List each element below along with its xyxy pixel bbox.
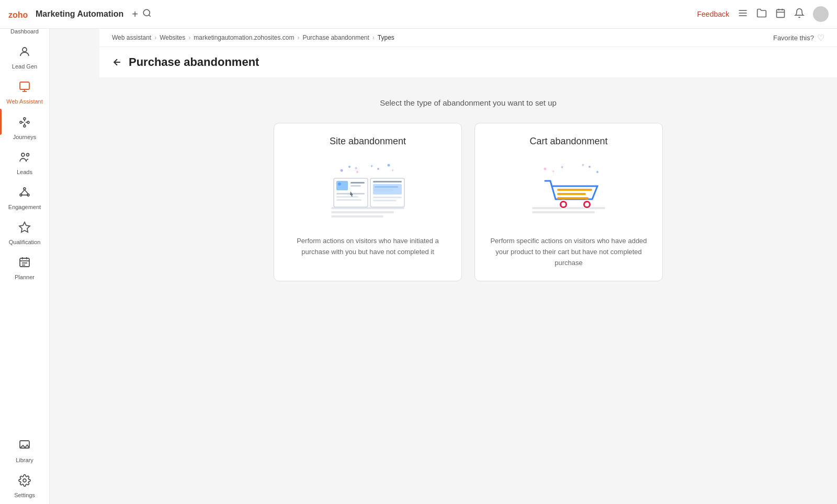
breadcrumb-web-assistant[interactable]: Web assistant xyxy=(112,34,151,41)
page-header: Purchase abandonment xyxy=(99,47,837,77)
sidebar-item-settings[interactable]: Settings xyxy=(0,469,49,504)
svg-rect-68 xyxy=(373,197,402,198)
cart-abandonment-title: Cart abandonment xyxy=(529,136,607,147)
breadcrumb-domain[interactable]: marketingautomation.zohosites.com xyxy=(194,34,294,41)
sidebar-item-lead-gen[interactable]: Lead Gen xyxy=(0,40,49,75)
calendar-icon[interactable] xyxy=(775,8,786,21)
svg-rect-61 xyxy=(336,199,361,201)
cards-row: Site abandonment + + + xyxy=(112,123,824,281)
web-assistant-icon xyxy=(18,81,31,96)
svg-text:+: + xyxy=(561,165,563,170)
svg-rect-79 xyxy=(557,193,586,195)
cart-abandonment-card[interactable]: Cart abandonment + + + xyxy=(474,123,663,281)
library-icon xyxy=(18,439,31,455)
sidebar-item-qualification[interactable]: Qualification xyxy=(0,216,49,251)
svg-rect-67 xyxy=(375,189,393,191)
breadcrumb-websites[interactable]: Websites xyxy=(160,34,185,41)
site-abandonment-card[interactable]: Site abandonment + + + xyxy=(274,123,462,281)
svg-point-44 xyxy=(356,171,358,173)
site-abandonment-title: Site abandonment xyxy=(330,136,406,147)
svg-point-14 xyxy=(22,48,27,52)
svg-point-26 xyxy=(24,188,26,190)
sidebar-item-journeys[interactable]: Journeys xyxy=(0,111,49,146)
svg-text:zoho: zoho xyxy=(8,10,28,19)
svg-point-17 xyxy=(24,118,26,120)
svg-rect-69 xyxy=(373,200,397,201)
svg-point-16 xyxy=(20,121,22,123)
app-logo[interactable]: zoho Marketing Automation xyxy=(8,8,123,20)
bell-icon[interactable] xyxy=(794,8,805,21)
avatar[interactable] xyxy=(813,6,829,22)
svg-rect-76 xyxy=(532,207,605,209)
planner-label: Planner xyxy=(15,274,35,281)
svg-rect-66 xyxy=(375,186,398,188)
add-button[interactable]: + xyxy=(132,8,138,20)
sidebar-item-planner[interactable]: Planner xyxy=(0,251,49,286)
dashboard-label: Dashboard xyxy=(10,28,39,35)
svg-point-42 xyxy=(341,169,343,172)
svg-rect-60 xyxy=(336,196,358,198)
lead-gen-label: Lead Gen xyxy=(12,63,37,70)
svg-point-1 xyxy=(143,9,150,16)
favorite-heart-icon[interactable]: ♡ xyxy=(817,33,824,43)
breadcrumb-purchase[interactable]: Purchase abandonment xyxy=(302,34,369,41)
site-abandonment-desc: Perform actions on visitors who have ini… xyxy=(287,236,449,258)
svg-line-29 xyxy=(21,190,25,194)
list-icon[interactable] xyxy=(738,8,748,21)
svg-rect-54 xyxy=(336,181,348,190)
feedback-link[interactable]: Feedback xyxy=(697,10,729,18)
svg-rect-78 xyxy=(557,189,592,191)
breadcrumb-sep-3: › xyxy=(297,34,299,41)
svg-rect-52 xyxy=(331,215,383,217)
content-area: Select the type of abandonment you want … xyxy=(99,77,837,504)
sidebar-item-leads[interactable]: Leads xyxy=(0,146,49,181)
topbar-right: Feedback xyxy=(697,6,829,22)
svg-point-40 xyxy=(23,479,26,482)
sidebar-bottom: Library Settings xyxy=(0,434,49,504)
search-button[interactable] xyxy=(142,8,152,20)
zoho-logo-svg: zoho xyxy=(8,8,31,20)
svg-text:+: + xyxy=(370,164,373,169)
sidebar-item-library[interactable]: Library xyxy=(0,434,49,469)
leads-label: Leads xyxy=(17,169,32,176)
site-abandonment-svg: + + + xyxy=(315,157,420,225)
svg-point-72 xyxy=(596,171,598,173)
qualification-label: Qualification xyxy=(9,239,41,246)
svg-rect-6 xyxy=(777,9,785,17)
svg-text:+: + xyxy=(552,169,555,174)
journeys-icon xyxy=(18,116,31,132)
svg-rect-57 xyxy=(350,182,365,184)
planner-icon xyxy=(18,256,31,272)
cart-abandonment-illustration: + + + xyxy=(516,157,621,225)
svg-point-84 xyxy=(585,202,589,207)
svg-rect-15 xyxy=(20,82,29,89)
sidebar-item-engagement[interactable]: Engagement xyxy=(0,181,49,216)
folder-icon[interactable] xyxy=(756,8,767,21)
svg-rect-77 xyxy=(532,211,595,213)
svg-point-19 xyxy=(24,125,26,127)
journeys-label: Journeys xyxy=(13,134,37,141)
svg-marker-32 xyxy=(19,222,30,232)
engagement-label: Engagement xyxy=(8,204,41,211)
svg-rect-64 xyxy=(373,181,402,182)
svg-rect-51 xyxy=(331,211,394,213)
topbar: zoho Marketing Automation + Feedback xyxy=(0,0,837,29)
favorite-bar: Favorite this? ♡ xyxy=(773,33,824,43)
settings-icon xyxy=(18,474,31,490)
svg-line-2 xyxy=(149,15,150,16)
svg-text:+: + xyxy=(391,168,394,173)
back-button[interactable] xyxy=(112,57,122,67)
svg-rect-58 xyxy=(350,185,361,187)
svg-point-70 xyxy=(544,168,547,170)
sidebar: Dashboard Lead Gen Web Assistant Journey… xyxy=(0,0,50,504)
settings-label: Settings xyxy=(14,492,35,499)
cart-abandonment-desc: Perform specific actions on visitors who… xyxy=(488,236,650,268)
svg-point-82 xyxy=(561,202,565,207)
svg-rect-80 xyxy=(557,197,589,199)
sidebar-item-web-assistant[interactable]: Web Assistant xyxy=(0,75,49,110)
breadcrumb-sep-1: › xyxy=(154,34,156,41)
active-indicator xyxy=(0,109,2,135)
svg-point-24 xyxy=(21,153,25,156)
cart-abandonment-svg: + + + xyxy=(516,157,621,225)
svg-point-18 xyxy=(27,121,29,123)
